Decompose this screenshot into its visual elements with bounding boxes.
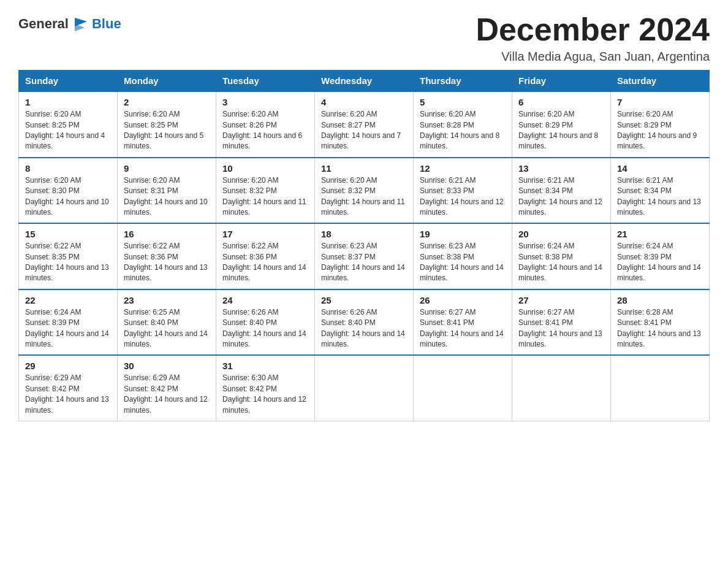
calendar-header-row: SundayMondayTuesdayWednesdayThursdayFrid…: [19, 71, 710, 92]
day-number: 26: [420, 295, 506, 305]
calendar-cell: 15Sunrise: 6:22 AMSunset: 8:35 PMDayligh…: [19, 223, 118, 289]
day-number: 10: [222, 163, 308, 174]
logo: General Blue: [18, 12, 121, 33]
logo-general-text: General: [18, 16, 69, 32]
column-header-sunday: Sunday: [19, 71, 118, 92]
location-subtitle: Villa Media Agua, San Juan, Argentina: [476, 50, 710, 64]
calendar-cell: 20Sunrise: 6:24 AMSunset: 8:38 PMDayligh…: [512, 223, 611, 289]
day-info: Sunrise: 6:20 AMSunset: 8:25 PMDaylight:…: [124, 109, 210, 152]
day-number: 23: [124, 295, 210, 305]
day-info: Sunrise: 6:30 AMSunset: 8:42 PMDaylight:…: [222, 373, 308, 416]
calendar-cell: [315, 355, 414, 421]
day-info: Sunrise: 6:21 AMSunset: 8:33 PMDaylight:…: [420, 175, 506, 218]
page-header: General Blue December 2024 Villa Media A…: [18, 12, 710, 64]
day-info: Sunrise: 6:24 AMSunset: 8:39 PMDaylight:…: [25, 307, 111, 350]
logo-flag-icon: [72, 15, 89, 33]
column-header-wednesday: Wednesday: [315, 71, 414, 92]
day-number: 14: [617, 163, 703, 174]
day-info: Sunrise: 6:22 AMSunset: 8:35 PMDaylight:…: [25, 241, 111, 284]
day-number: 21: [617, 229, 703, 239]
column-header-thursday: Thursday: [414, 71, 512, 92]
day-info: Sunrise: 6:20 AMSunset: 8:32 PMDaylight:…: [222, 175, 308, 218]
day-number: 29: [25, 361, 111, 371]
column-header-saturday: Saturday: [611, 71, 710, 92]
calendar-cell: [414, 355, 512, 421]
calendar-cell: 13Sunrise: 6:21 AMSunset: 8:34 PMDayligh…: [512, 158, 611, 224]
day-info: Sunrise: 6:20 AMSunset: 8:28 PMDaylight:…: [420, 109, 506, 152]
day-number: 24: [222, 295, 308, 305]
calendar-cell: 24Sunrise: 6:26 AMSunset: 8:40 PMDayligh…: [216, 289, 315, 356]
column-header-tuesday: Tuesday: [216, 71, 315, 92]
day-info: Sunrise: 6:20 AMSunset: 8:31 PMDaylight:…: [124, 175, 210, 218]
day-number: 27: [518, 295, 604, 305]
day-info: Sunrise: 6:20 AMSunset: 8:27 PMDaylight:…: [321, 109, 407, 152]
calendar-cell: 22Sunrise: 6:24 AMSunset: 8:39 PMDayligh…: [19, 289, 118, 356]
calendar-week-row: 8Sunrise: 6:20 AMSunset: 8:30 PMDaylight…: [19, 158, 710, 224]
calendar-cell: 6Sunrise: 6:20 AMSunset: 8:29 PMDaylight…: [512, 91, 611, 158]
day-number: 6: [518, 97, 604, 107]
calendar-week-row: 29Sunrise: 6:29 AMSunset: 8:42 PMDayligh…: [19, 355, 710, 421]
month-title: December 2024: [476, 12, 710, 47]
day-info: Sunrise: 6:20 AMSunset: 8:25 PMDaylight:…: [25, 109, 111, 152]
day-number: 18: [321, 229, 407, 239]
calendar-cell: 10Sunrise: 6:20 AMSunset: 8:32 PMDayligh…: [216, 158, 315, 224]
day-number: 7: [617, 97, 703, 107]
calendar-week-row: 15Sunrise: 6:22 AMSunset: 8:35 PMDayligh…: [19, 223, 710, 289]
day-info: Sunrise: 6:25 AMSunset: 8:40 PMDaylight:…: [124, 307, 210, 350]
day-number: 8: [25, 163, 111, 174]
day-number: 3: [222, 97, 308, 107]
calendar-cell: 19Sunrise: 6:23 AMSunset: 8:38 PMDayligh…: [414, 223, 512, 289]
day-info: Sunrise: 6:20 AMSunset: 8:29 PMDaylight:…: [518, 109, 604, 152]
day-info: Sunrise: 6:24 AMSunset: 8:38 PMDaylight:…: [518, 241, 604, 284]
calendar-cell: 18Sunrise: 6:23 AMSunset: 8:37 PMDayligh…: [315, 223, 414, 289]
day-info: Sunrise: 6:21 AMSunset: 8:34 PMDaylight:…: [518, 175, 604, 218]
column-header-friday: Friday: [512, 71, 611, 92]
day-number: 19: [420, 229, 506, 239]
day-number: 9: [124, 163, 210, 174]
calendar-cell: 29Sunrise: 6:29 AMSunset: 8:42 PMDayligh…: [19, 355, 118, 421]
day-number: 1: [25, 97, 111, 107]
calendar-cell: 28Sunrise: 6:28 AMSunset: 8:41 PMDayligh…: [611, 289, 710, 356]
calendar-cell: 21Sunrise: 6:24 AMSunset: 8:39 PMDayligh…: [611, 223, 710, 289]
day-number: 5: [420, 97, 506, 107]
calendar-cell: 8Sunrise: 6:20 AMSunset: 8:30 PMDaylight…: [19, 158, 118, 224]
day-info: Sunrise: 6:27 AMSunset: 8:41 PMDaylight:…: [420, 307, 506, 350]
calendar-table: SundayMondayTuesdayWednesdayThursdayFrid…: [18, 70, 710, 421]
day-info: Sunrise: 6:20 AMSunset: 8:32 PMDaylight:…: [321, 175, 407, 218]
calendar-cell: 11Sunrise: 6:20 AMSunset: 8:32 PMDayligh…: [315, 158, 414, 224]
day-number: 15: [25, 229, 111, 239]
calendar-cell: 9Sunrise: 6:20 AMSunset: 8:31 PMDaylight…: [118, 158, 216, 224]
calendar-cell: 2Sunrise: 6:20 AMSunset: 8:25 PMDaylight…: [118, 91, 216, 158]
calendar-title-area: December 2024 Villa Media Agua, San Juan…: [476, 12, 710, 64]
calendar-week-row: 1Sunrise: 6:20 AMSunset: 8:25 PMDaylight…: [19, 91, 710, 158]
calendar-cell: 12Sunrise: 6:21 AMSunset: 8:33 PMDayligh…: [414, 158, 512, 224]
day-number: 30: [124, 361, 210, 371]
calendar-cell: 25Sunrise: 6:26 AMSunset: 8:40 PMDayligh…: [315, 289, 414, 356]
day-info: Sunrise: 6:20 AMSunset: 8:26 PMDaylight:…: [222, 109, 308, 152]
day-info: Sunrise: 6:20 AMSunset: 8:30 PMDaylight:…: [25, 175, 111, 218]
calendar-cell: 7Sunrise: 6:20 AMSunset: 8:29 PMDaylight…: [611, 91, 710, 158]
calendar-week-row: 22Sunrise: 6:24 AMSunset: 8:39 PMDayligh…: [19, 289, 710, 356]
day-info: Sunrise: 6:24 AMSunset: 8:39 PMDaylight:…: [617, 241, 703, 284]
svg-marker-1: [75, 24, 85, 31]
calendar-cell: 4Sunrise: 6:20 AMSunset: 8:27 PMDaylight…: [315, 91, 414, 158]
day-info: Sunrise: 6:29 AMSunset: 8:42 PMDaylight:…: [124, 373, 210, 416]
day-info: Sunrise: 6:27 AMSunset: 8:41 PMDaylight:…: [518, 307, 604, 350]
day-number: 28: [617, 295, 703, 305]
calendar-cell: 23Sunrise: 6:25 AMSunset: 8:40 PMDayligh…: [118, 289, 216, 356]
calendar-cell: 30Sunrise: 6:29 AMSunset: 8:42 PMDayligh…: [118, 355, 216, 421]
calendar-cell: 14Sunrise: 6:21 AMSunset: 8:34 PMDayligh…: [611, 158, 710, 224]
day-number: 11: [321, 163, 407, 174]
day-number: 20: [518, 229, 604, 239]
calendar-cell: 1Sunrise: 6:20 AMSunset: 8:25 PMDaylight…: [19, 91, 118, 158]
day-info: Sunrise: 6:22 AMSunset: 8:36 PMDaylight:…: [124, 241, 210, 284]
day-number: 4: [321, 97, 407, 107]
calendar-cell: 31Sunrise: 6:30 AMSunset: 8:42 PMDayligh…: [216, 355, 315, 421]
calendar-cell: 17Sunrise: 6:22 AMSunset: 8:36 PMDayligh…: [216, 223, 315, 289]
day-info: Sunrise: 6:20 AMSunset: 8:29 PMDaylight:…: [617, 109, 703, 152]
calendar-cell: 3Sunrise: 6:20 AMSunset: 8:26 PMDaylight…: [216, 91, 315, 158]
calendar-cell: [512, 355, 611, 421]
day-info: Sunrise: 6:26 AMSunset: 8:40 PMDaylight:…: [222, 307, 308, 350]
day-info: Sunrise: 6:23 AMSunset: 8:38 PMDaylight:…: [420, 241, 506, 284]
day-info: Sunrise: 6:23 AMSunset: 8:37 PMDaylight:…: [321, 241, 407, 284]
